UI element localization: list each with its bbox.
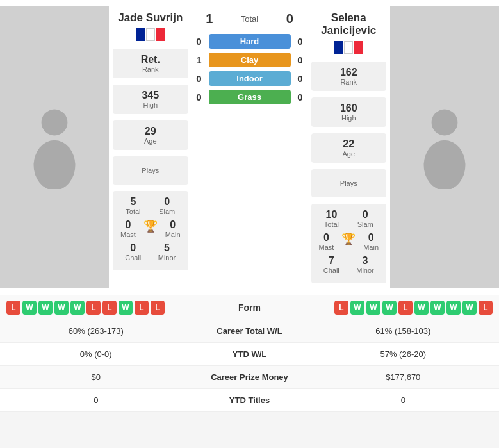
comparison-row: $0 Career Prize Money $177,670 — [0, 366, 499, 389]
left-slam-item: 0 Slam — [159, 196, 175, 215]
comp-right-value: 61% (158-103) — [314, 326, 493, 336]
left-minor-value: 5 — [158, 242, 176, 254]
surface-left-score: 0 — [192, 36, 206, 47]
form-badge: W — [350, 301, 364, 315]
left-total-score: 1 — [206, 12, 213, 26]
total-score-row: 1 Total 0 — [192, 9, 307, 29]
left-player-silhouette — [22, 106, 86, 189]
right-mast-value: 0 — [318, 232, 334, 244]
surface-row-indoor: 0 Indoor 0 — [192, 71, 307, 86]
form-badge: W — [119, 301, 133, 315]
left-total-label: Total — [126, 208, 140, 215]
right-plays-label: Plays — [315, 179, 383, 187]
form-badge: W — [22, 301, 37, 315]
svg-point-3 — [424, 140, 466, 189]
surface-btn-indoor[interactable]: Indoor — [209, 71, 291, 86]
left-player-flag — [136, 28, 165, 41]
left-high-box: 345 High — [113, 85, 188, 114]
main-container: Jade Suvrijn Ret. Rank 345 High 29 Age — [0, 0, 499, 412]
left-rank-value: Ret. — [117, 54, 184, 65]
left-main-value: 0 — [165, 219, 181, 231]
right-age-label: Age — [315, 150, 383, 158]
svg-point-2 — [432, 110, 458, 136]
surface-left-score: 0 — [192, 73, 206, 84]
surface-btn-hard[interactable]: Hard — [209, 34, 291, 49]
flag-blue — [136, 28, 145, 41]
surface-right-score: 0 — [293, 54, 307, 65]
left-mast-value: 0 — [120, 219, 136, 231]
right-chall-value: 7 — [323, 255, 339, 267]
comp-left-value: 0% (0-0) — [6, 349, 186, 359]
right-chall-label: Chall — [323, 267, 339, 274]
right-main-value: 0 — [363, 232, 379, 244]
form-badge: L — [86, 301, 101, 315]
left-age-box: 29 Age — [113, 120, 188, 150]
right-player-silhouette — [413, 106, 477, 189]
form-badge: L — [6, 301, 20, 315]
form-badge: W — [38, 301, 53, 315]
left-chall-item: 0 Chall — [125, 242, 141, 261]
right-minor-label: Minor — [356, 267, 374, 274]
right-plays-box: Plays — [311, 169, 387, 197]
left-rank-box: Ret. Rank — [113, 49, 188, 78]
surface-right-score: 0 — [293, 36, 307, 47]
comp-left-value: $0 — [6, 372, 186, 382]
comp-right-value: 57% (26-20) — [314, 349, 493, 359]
right-slam-item: 0 Slam — [357, 209, 373, 228]
left-stats-box: 5 Total 0 Slam 0 Mast 🏆 — [113, 191, 188, 270]
right-total-item: 10 Total — [324, 209, 339, 228]
form-badge: W — [462, 301, 477, 315]
surface-btn-grass[interactable]: Grass — [209, 90, 291, 104]
left-form-badges: LWWWWLLWLL — [6, 301, 165, 315]
surface-left-score: 0 — [192, 92, 206, 103]
form-badge: W — [54, 301, 69, 315]
right-form-badges: LWWWLWWWWL — [334, 301, 493, 315]
flag-red-r — [354, 41, 363, 54]
form-badge: W — [70, 301, 85, 315]
form-badge: L — [398, 301, 413, 315]
form-badge: L — [479, 301, 493, 315]
left-minor-label: Minor — [158, 254, 176, 261]
left-age-label: Age — [117, 137, 184, 145]
left-stat-row-2: 0 Mast 🏆 0 Main — [117, 219, 184, 238]
comp-label: Career Total W/L — [186, 326, 314, 336]
right-total-label: Total — [324, 220, 339, 228]
right-rank-label: Rank — [315, 78, 383, 86]
trophy-icon-right: 🏆 — [341, 233, 356, 245]
comp-right-value: $177,670 — [314, 372, 493, 382]
comparison-row: 60% (263-173) Career Total W/L 61% (158-… — [0, 320, 499, 343]
left-chall-value: 0 — [125, 242, 141, 254]
right-mast-item: 0 Mast — [318, 232, 334, 251]
right-player-photo — [390, 6, 499, 288]
left-player-name: Jade Suvrijn — [118, 12, 183, 24]
comparison-row: 0 YTD Titles 0 — [0, 389, 499, 412]
right-stat-row-1: 10 Total 0 Slam — [315, 209, 383, 228]
surface-right-score: 0 — [293, 92, 307, 103]
left-slam-value: 0 — [159, 196, 175, 208]
form-badge: W — [414, 301, 429, 315]
surface-rows: 0 Hard 0 1 Clay 0 0 Indoor 0 0 Grass 0 — [192, 34, 307, 108]
form-section: LWWWWLLWLL Form LWWWLWWWWL — [0, 295, 499, 320]
left-minor-item: 5 Minor — [158, 242, 176, 261]
comp-left-value: 0 — [6, 395, 186, 405]
right-total-score: 0 — [286, 12, 293, 26]
right-player-name: Selena Janicijevic — [311, 12, 387, 37]
comparison-row: 0% (0-0) YTD W/L 57% (26-20) — [0, 343, 499, 366]
form-badge: L — [151, 301, 165, 315]
right-main-item: 0 Main — [363, 232, 379, 251]
right-slam-value: 0 — [357, 209, 373, 220]
right-high-value: 160 — [315, 103, 383, 114]
form-badge: L — [135, 301, 149, 315]
right-age-box: 22 Age — [311, 133, 387, 163]
right-rank-box: 162 Rank — [311, 62, 387, 91]
total-label: Total — [241, 14, 258, 24]
left-mast-label: Mast — [120, 231, 136, 238]
left-player-photo — [0, 6, 109, 288]
left-rank-label: Rank — [117, 65, 184, 73]
trophy-icon-left: 🏆 — [143, 220, 158, 233]
surface-btn-clay[interactable]: Clay — [209, 53, 291, 67]
left-main-item: 0 Main — [165, 219, 181, 238]
right-trophy: 🏆 — [341, 232, 356, 251]
center-panel: 1 Total 0 0 Hard 0 1 Clay 0 0 Indoor 0 0… — [192, 6, 307, 288]
left-total-value: 5 — [126, 196, 140, 208]
